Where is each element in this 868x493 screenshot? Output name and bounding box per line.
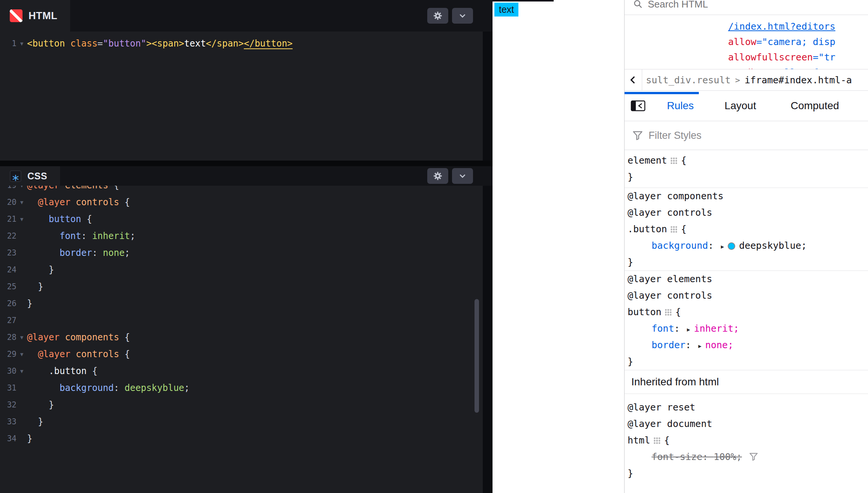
- html-code-editor[interactable]: 1▾<button class="button"><span>text</spa…: [0, 32, 483, 161]
- code-line[interactable]: 34}: [0, 430, 483, 447]
- markup-attribute-line[interactable]: /index.html?editors: [728, 19, 868, 34]
- code-line[interactable]: 19▾@layer elements {: [0, 186, 483, 194]
- code-line[interactable]: 28▾@layer components {: [0, 329, 483, 346]
- filter-styles-input[interactable]: Filter Styles: [625, 121, 868, 150]
- rule-selector-line[interactable]: html{: [628, 432, 868, 449]
- code-line[interactable]: 26}: [0, 295, 483, 312]
- expand-arrow-icon[interactable]: ▸: [698, 342, 701, 350]
- sidebar-toggle-icon: [631, 100, 646, 112]
- tab-css-editor[interactable]: * CSS: [0, 166, 60, 186]
- declaration-background[interactable]: background: ▸deepskyblue;: [628, 237, 868, 254]
- breadcrumb-back-button[interactable]: [625, 69, 642, 90]
- html-collapse-button[interactable]: [452, 8, 473, 24]
- css-panel-actions: [427, 168, 473, 184]
- css-panel-title: CSS: [27, 171, 47, 182]
- rule-selector-line[interactable]: button{: [628, 304, 868, 320]
- declaration-font[interactable]: font: ▸inherit;: [628, 320, 868, 337]
- code-line[interactable]: 1▾<button class="button"><span>text</spa…: [0, 35, 483, 53]
- layer-ancestor: @layer reset: [628, 399, 868, 416]
- code-line[interactable]: 32 }: [0, 397, 483, 413]
- breadcrumb-item-result-div[interactable]: sult_div.result: [646, 75, 731, 86]
- rule-close-line: }: [628, 169, 868, 185]
- fold-arrow-icon[interactable]: ▾: [17, 35, 27, 53]
- tab-rules[interactable]: Rules: [667, 100, 694, 112]
- code-line[interactable]: 22 font: inherit;: [0, 228, 483, 245]
- tab-html-editor[interactable]: HTML: [0, 0, 70, 32]
- tab-computed[interactable]: Computed: [791, 100, 839, 112]
- html-panel-header: HTML: [0, 0, 493, 32]
- breadcrumb-divider: [642, 69, 642, 90]
- fold-arrow-icon[interactable]: ▾: [17, 346, 27, 363]
- code-token: }: [27, 298, 32, 309]
- fold-arrow-icon[interactable]: ▾: [17, 329, 27, 346]
- code-token: /index.html?editors: [728, 21, 835, 32]
- code-line[interactable]: 29▾ @layer controls {: [0, 346, 483, 363]
- fold-arrow-icon[interactable]: ▾: [17, 211, 27, 228]
- fold-arrow-icon[interactable]: ▾: [17, 186, 27, 194]
- markup-attribute-line[interactable]: sandbox="allow-forms: [728, 65, 868, 69]
- code-line[interactable]: 31 background: deepskyblue;: [0, 380, 483, 397]
- color-swatch[interactable]: [728, 242, 735, 250]
- code-token: }: [27, 400, 54, 410]
- markup-view: /index.html?editors allow="camera; disp …: [625, 15, 868, 69]
- code-line[interactable]: 27: [0, 312, 483, 329]
- search-html-inner: Search HTML: [625, 0, 868, 14]
- line-number: 23: [0, 245, 17, 262]
- code-token: ="camera; disp: [756, 36, 835, 47]
- layer-ancestor: @layer controls: [628, 204, 868, 221]
- code-line[interactable]: 20▾ @layer controls {: [0, 194, 483, 211]
- selector-highlighter-icon[interactable]: [665, 309, 671, 316]
- overridden-filter-funnel-icon[interactable]: [749, 452, 758, 461]
- code-token: }: [27, 281, 43, 292]
- html-settings-button[interactable]: [427, 8, 448, 24]
- line-number: 25: [0, 278, 17, 295]
- property-name: font-size: [652, 451, 702, 462]
- sidebar-toggle-button[interactable]: [631, 100, 646, 112]
- rule-selector-line[interactable]: element{: [628, 152, 868, 169]
- selector-html: html: [628, 435, 650, 446]
- code-token: }: [27, 433, 32, 444]
- selector-highlighter-icon[interactable]: [671, 226, 677, 233]
- tab-layout[interactable]: Layout: [725, 100, 756, 112]
- code-token: .button: [49, 366, 92, 376]
- code-line[interactable]: 24 }: [0, 262, 483, 278]
- rendered-button[interactable]: text: [494, 3, 518, 17]
- declaration-font-size-overridden[interactable]: font-size: 100%;: [628, 449, 868, 465]
- code-token: }: [27, 265, 54, 275]
- code-token: {: [114, 186, 119, 191]
- fold-arrow-icon[interactable]: ▾: [17, 363, 27, 380]
- declaration-border[interactable]: border: ▸none;: [628, 337, 868, 353]
- code-line[interactable]: 23 border: none;: [0, 245, 483, 262]
- markup-attribute-line[interactable]: allow="camera; disp: [728, 34, 868, 50]
- rule-selector-line[interactable]: .button{: [628, 221, 868, 237]
- css-editor-scrollbar[interactable]: [475, 299, 479, 413]
- expand-arrow-icon[interactable]: ▸: [687, 326, 690, 333]
- selector-highlighter-icon[interactable]: [671, 158, 677, 164]
- screen: HTML 1▾<button class="button"><span>text…: [0, 0, 868, 493]
- expand-arrow-icon[interactable]: ▸: [721, 243, 724, 250]
- line-number: 26: [0, 295, 17, 312]
- code-token: text: [184, 38, 206, 49]
- code-line[interactable]: 25 }: [0, 278, 483, 295]
- css-collapse-button[interactable]: [452, 168, 473, 184]
- code-text: @layer controls {: [27, 194, 130, 211]
- colon: :: [685, 340, 697, 350]
- code-token: <button: [27, 38, 65, 49]
- code-line[interactable]: 21▾ button {: [0, 211, 483, 228]
- css-settings-button[interactable]: [427, 168, 448, 184]
- line-number: 31: [0, 380, 17, 397]
- search-html-bar[interactable]: Search HTML: [625, 0, 868, 15]
- code-line[interactable]: 30▾ .button {: [0, 363, 483, 380]
- code-text: }: [27, 430, 32, 447]
- fold-arrow-icon[interactable]: ▾: [17, 194, 27, 211]
- code-token: [27, 366, 49, 376]
- code-line[interactable]: 33 }: [0, 413, 483, 430]
- markup-attribute-line[interactable]: allowfullscreen="tr: [728, 50, 868, 65]
- panel-divider[interactable]: [0, 161, 493, 166]
- css-code-editor[interactable]: 19▾@layer elements {20▾ @layer controls …: [0, 186, 483, 493]
- breadcrumb-item-iframe[interactable]: iframe#index.html-a: [745, 75, 852, 86]
- rules-panel: element{ } @layer components @layer cont…: [625, 150, 868, 484]
- semicolon: ;: [733, 323, 739, 334]
- code-token: button: [49, 214, 87, 224]
- selector-highlighter-icon[interactable]: [654, 437, 660, 444]
